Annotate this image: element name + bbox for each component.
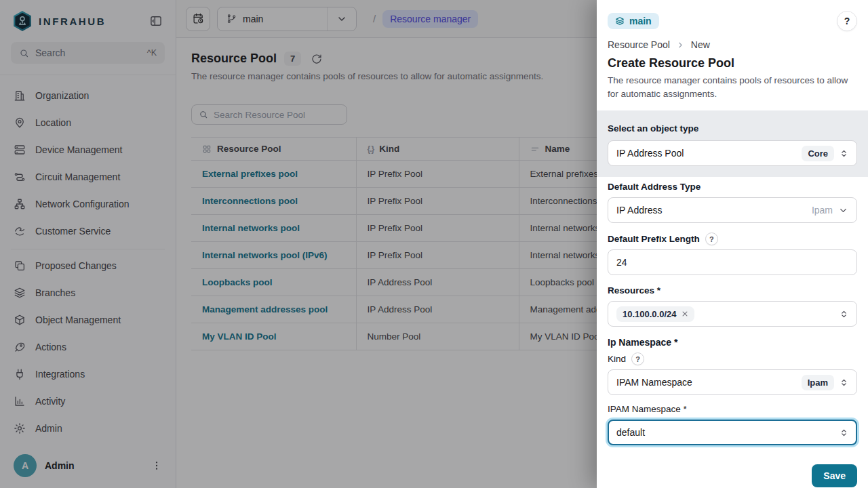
breadcrumb-item: New <box>691 39 710 50</box>
ipam-namespace-select[interactable]: default <box>608 420 857 445</box>
kind-label: Kind <box>608 353 626 365</box>
layers-icon <box>615 16 625 26</box>
save-button[interactable]: Save <box>812 464 857 487</box>
ipam-hint: Ipam <box>812 205 833 216</box>
drawer-breadcrumb: Resource Pool New <box>608 39 857 50</box>
kind-value: IPAM Namespace <box>616 377 796 388</box>
object-type-value: IP Address Pool <box>616 148 796 159</box>
resource-chip: 10.100.0.0/24 <box>616 306 694 322</box>
caret-updown-icon <box>840 149 848 158</box>
help-tooltip-icon[interactable]: ? <box>705 232 718 245</box>
object-type-section: Select an object type IP Address Pool Co… <box>597 110 868 177</box>
drawer-branch-name: main <box>629 16 652 26</box>
app-root: INFRAHUB Search ^K OrganizationLocationD… <box>0 0 868 488</box>
chevron-right-icon <box>676 41 685 49</box>
address-type-value: IP Address <box>616 205 806 216</box>
core-badge: Core <box>802 146 834 161</box>
drawer-footer: Save <box>597 455 868 488</box>
ipam-namespace-value: default <box>616 427 834 438</box>
caret-updown-icon <box>840 310 848 319</box>
drawer-description: The resource manager contains pools of r… <box>608 74 857 101</box>
prefix-length-label: Default Prefix Length <box>608 233 700 245</box>
resources-multiselect[interactable]: 10.100.0.0/24 <box>608 301 857 327</box>
resource-chip-value: 10.100.0.0/24 <box>623 309 677 319</box>
remove-chip-icon[interactable] <box>682 310 688 317</box>
caret-updown-icon <box>840 378 848 387</box>
address-type-select[interactable]: IP Address Ipam <box>608 197 857 223</box>
caret-updown-icon <box>840 428 848 437</box>
prefix-length-input[interactable] <box>608 249 857 275</box>
chevron-down-icon <box>838 205 848 216</box>
ip-namespace-group-label: Ip Namespace * <box>608 336 857 348</box>
create-resource-pool-drawer: main ? Resource Pool New Create Resource… <box>597 0 868 488</box>
kind-select[interactable]: IPAM Namespace Ipam <box>608 369 857 395</box>
breadcrumb-item[interactable]: Resource Pool <box>608 39 670 50</box>
help-tooltip-icon[interactable]: ? <box>631 352 644 365</box>
help-button[interactable]: ? <box>837 11 857 31</box>
drawer-branch-badge: main <box>608 13 659 29</box>
drawer-form: Default Address Type IP Address Ipam Def… <box>597 177 868 455</box>
address-type-label: Default Address Type <box>608 181 857 193</box>
object-type-label: Select an object type <box>608 123 857 135</box>
object-type-select[interactable]: IP Address Pool Core <box>608 140 857 166</box>
drawer-title: Create Resource Pool <box>608 56 857 70</box>
ipam-namespace-label: IPAM Namespace * <box>608 403 857 415</box>
resources-label: Resources * <box>608 285 857 297</box>
ipam-badge: Ipam <box>802 375 834 390</box>
